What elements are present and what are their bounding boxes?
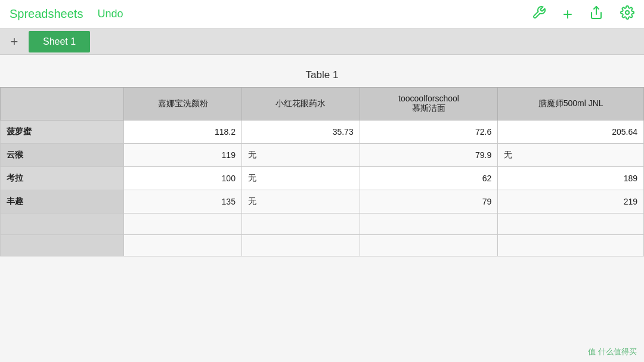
col-header-3: toocoolforschool 慕斯洁面 [360, 88, 498, 120]
sheet-tab-1[interactable]: Sheet 1 [29, 31, 90, 52]
wrench-icon[interactable] [532, 5, 546, 23]
add-sheet-button[interactable]: + [5, 32, 24, 51]
col-header-2: 小红花眼药水 [242, 88, 360, 120]
cell-0-2: 72.6 [360, 120, 498, 144]
col-header-0 [1, 88, 124, 120]
svg-point-1 [626, 11, 629, 14]
row-header-3: 丰趣 [1, 190, 124, 214]
table-row: 菠萝蜜118.235.7372.6205.64 [1, 120, 644, 144]
cell-0-0: 118.2 [124, 120, 242, 144]
cell-3-3: 219 [498, 190, 644, 214]
top-bar-left: Spreadsheets Undo [10, 7, 123, 21]
share-icon[interactable] [589, 5, 603, 23]
cell-3-0: 135 [124, 190, 242, 214]
cell-2-3: 189 [498, 167, 644, 190]
empty-row [1, 214, 644, 235]
row-header-1: 云猴 [1, 144, 124, 167]
table-row: 丰趣135无79219 [1, 190, 644, 214]
table-row: 云猴119无79.9无 [1, 144, 644, 167]
table-title: Table 1 [0, 69, 644, 81]
settings-icon[interactable] [620, 5, 634, 23]
table-body: 菠萝蜜118.235.7372.6205.64云猴119无79.9无考拉100无… [1, 120, 644, 256]
top-bar: Spreadsheets Undo + [0, 0, 644, 29]
col-header-1: 嘉娜宝洗颜粉 [124, 88, 242, 120]
cell-3-1: 无 [242, 190, 360, 214]
main-content: Table 1 嘉娜宝洗颜粉 小红花眼药水 toocoolforschool 慕… [0, 55, 644, 362]
row-header-0: 菠萝蜜 [1, 120, 124, 144]
cell-1-2: 79.9 [360, 144, 498, 167]
cell-0-3: 205.64 [498, 120, 644, 144]
spreadsheet-table: 嘉娜宝洗颜粉 小红花眼药水 toocoolforschool 慕斯洁面 膳魔师5… [0, 87, 644, 256]
cell-1-0: 119 [124, 144, 242, 167]
top-bar-right: + [532, 5, 634, 23]
undo-button[interactable]: Undo [97, 8, 123, 20]
cell-1-1: 无 [242, 144, 360, 167]
sheet-tab-bar: + Sheet 1 [0, 29, 644, 55]
table-row: 考拉100无62189 [1, 167, 644, 190]
cell-2-2: 62 [360, 167, 498, 190]
cell-0-1: 35.73 [242, 120, 360, 144]
header-row: 嘉娜宝洗颜粉 小红花眼药水 toocoolforschool 慕斯洁面 膳魔师5… [1, 88, 644, 120]
row-header-2: 考拉 [1, 167, 124, 190]
cell-2-0: 100 [124, 167, 242, 190]
col-header-4: 膳魔师500ml JNL [498, 88, 644, 120]
cell-1-3: 无 [498, 144, 644, 167]
cell-3-2: 79 [360, 190, 498, 214]
app-title: Spreadsheets [10, 7, 83, 21]
empty-row [1, 235, 644, 256]
add-icon[interactable]: + [563, 6, 572, 23]
spreadsheet-wrapper: 嘉娜宝洗颜粉 小红花眼药水 toocoolforschool 慕斯洁面 膳魔师5… [0, 87, 644, 256]
watermark: 值 什么值得买 [588, 346, 637, 357]
cell-2-1: 无 [242, 167, 360, 190]
